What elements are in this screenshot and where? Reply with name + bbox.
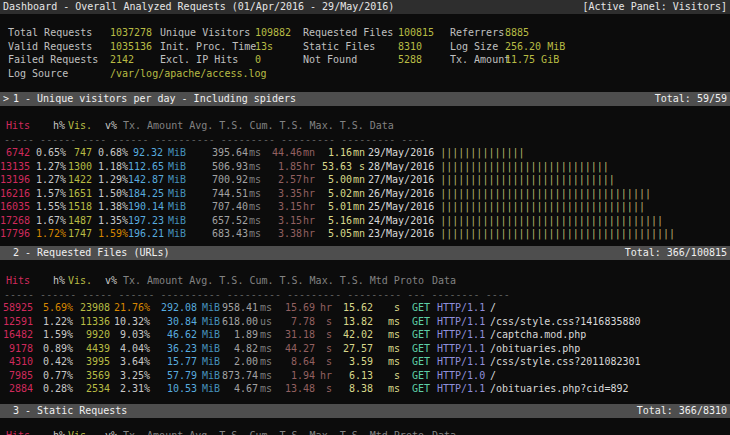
visitors-table-row[interactable]: 131351.27%13001.18%112.65MiB506.93ms1.85…	[0, 160, 730, 174]
hits-bar: |||||||||||||||||||||||||||||	[440, 174, 615, 185]
summary-label: Tx. Amount	[450, 53, 505, 67]
hits-pct-cell: 1.27%	[30, 173, 66, 187]
visitors-table-row[interactable]: 172681.67%14871.35%197.23MiB657.52ms3.15…	[0, 214, 730, 228]
requested-files-table-row[interactable]: 91780.89%44394.04%36.23MiB4.82ms44.27s27…	[0, 342, 730, 356]
col-mtd: Mtd	[370, 430, 388, 435]
hits-cell: 6742	[0, 146, 30, 160]
avg-ts-unit: ms	[258, 301, 272, 315]
tx-unit: MiB	[197, 328, 218, 342]
visitors-table-row[interactable]: 162161.57%16511.50%184.25MiB744.51ms3.35…	[0, 187, 730, 201]
max-ts-cell: 6.13	[332, 369, 373, 383]
requested-files-table-row[interactable]: 43100.42%39953.64%15.77MiB2.00ms8.64s3.5…	[0, 355, 730, 369]
date-value: 26/May/2016	[368, 188, 434, 199]
max-ts-cell: 53.63	[315, 160, 352, 174]
max-ts-cell: 27.57	[332, 342, 373, 356]
hits-pct-cell: 0.77%	[33, 369, 73, 383]
requested-files-table-row[interactable]: 164821.59%99209.03%46.62MiB1.89ms31.18s4…	[0, 328, 730, 342]
col-cum-ts: Cum. T.S.	[249, 120, 303, 131]
visitors-cell: 3995	[73, 355, 110, 369]
panel3-column-headers: Hitsh%Vis.v%Tx. AmountAvg. T.S.Cum. T.S.…	[0, 429, 730, 435]
visitors-pct-cell: 21.76%	[110, 301, 150, 315]
panel1-title: 1 - Unique visitors per day - Including …	[13, 93, 296, 104]
visitors-cell: 23908	[73, 301, 110, 315]
visitors-pct-cell: 1.29%	[92, 173, 128, 187]
col-proto: Proto	[394, 430, 424, 435]
visitors-table-row[interactable]: 67420.65%7470.68%92.32MiB395.64ms44.46mn…	[0, 146, 730, 160]
dashboard-title: Dashboard - Overall Analyzed Requests (0…	[3, 0, 394, 14]
visitors-pct-cell: 1.35%	[92, 214, 128, 228]
avg-ts-cell: 4.67	[218, 382, 258, 396]
requested-files-table-row[interactable]: 28840.28%25342.31%10.53MiB4.67ms13.48s8.…	[0, 382, 730, 396]
url-cell: /captcha.mod.php	[485, 328, 586, 342]
hits-bar: |||||||||||||||||||||||||||||||||||||||	[440, 228, 675, 239]
date-value: 25/May/2016	[368, 201, 434, 212]
col-avg-ts: Avg. T.S.	[189, 275, 243, 286]
requested-files-table-row[interactable]: 79850.77%35693.25%57.79MiB873.74ms1.94hr…	[0, 369, 730, 383]
avg-ts-cell: 744.51	[184, 187, 248, 201]
visitors-table-row[interactable]: 160351.55%15181.38%190.14MiB707.40ms3.15…	[0, 200, 730, 214]
tx-unit: MiB	[197, 355, 218, 369]
visitors-cell: 1518	[66, 200, 92, 214]
col-vis: Vis.	[65, 274, 92, 288]
avg-ts-cell: 683.43	[184, 227, 248, 241]
cum-ts-unit: s	[315, 382, 332, 396]
tx-amount-cell: 92.32	[128, 146, 163, 160]
avg-ts-cell: 700.92	[184, 173, 248, 187]
avg-ts-cell: 657.52	[184, 214, 248, 228]
col-mtd: Mtd	[370, 275, 388, 286]
summary-label: Log Size	[450, 40, 505, 54]
summary-value: 100815	[398, 26, 450, 40]
avg-ts-unit: us	[258, 315, 272, 329]
col-vpct: v%	[92, 274, 117, 288]
method-cell: GET	[400, 382, 430, 396]
tx-unit: MiB	[197, 315, 218, 329]
requested-files-table-row[interactable]: 589255.69%2390821.76%292.08MiB958.41ms15…	[0, 301, 730, 315]
hits-pct-cell: 1.22%	[33, 315, 73, 329]
avg-ts-cell: 958.41	[218, 301, 258, 315]
col-vis: Vis.	[65, 119, 92, 133]
visitors-pct-cell: 0.68%	[92, 146, 128, 160]
max-ts-unit: mn	[352, 187, 365, 201]
avg-ts-unit: ms	[248, 173, 261, 187]
panel3-header[interactable]: 3 - Static Requests Total: 366/8310	[0, 404, 730, 418]
col-data: Data	[432, 275, 456, 286]
cum-ts-unit: s	[315, 315, 332, 329]
protocol-cell: HTTP/1.1	[430, 382, 485, 396]
max-ts-cell: 5.16	[315, 214, 352, 228]
protocol-cell: HTTP/1.1	[430, 342, 485, 356]
col-max-ts: Max. T.S.	[310, 275, 364, 286]
panel1-header[interactable]: >1 - Unique visitors per day - Including…	[0, 92, 730, 106]
avg-ts-cell: 873.74	[218, 369, 258, 383]
max-ts-cell: 15.62	[332, 301, 373, 315]
cum-ts-cell: 3.38	[261, 227, 302, 241]
tx-unit: MiB	[163, 160, 184, 174]
panel3-total: Total: 366/8310	[637, 404, 727, 418]
visitors-pct-cell: 1.50%	[92, 187, 128, 201]
summary-value: 11.75 GiB	[505, 53, 559, 67]
avg-ts-cell: 707.40	[184, 200, 248, 214]
visitors-table-row[interactable]: 177961.72%17471.59%196.21MiB683.43ms3.38…	[0, 227, 730, 241]
hits-cell: 17268	[0, 214, 30, 228]
summary-value: 5288	[398, 53, 450, 67]
tx-amount-cell: 142.87	[128, 173, 163, 187]
date-value: 29/May/2016	[368, 147, 434, 158]
avg-ts-unit: ms	[258, 342, 272, 356]
visitors-table-row[interactable]: 131961.27%14221.29%142.87MiB700.92ms2.57…	[0, 173, 730, 187]
protocol-cell: HTTP/1.1	[430, 301, 485, 315]
tx-unit: MiB	[163, 146, 184, 160]
summary-label: Valid Requests	[8, 40, 110, 54]
avg-ts-cell: 618.00	[218, 315, 258, 329]
tx-amount-cell: 292.08	[150, 301, 197, 315]
cum-ts-cell: 13.48	[272, 382, 315, 396]
col-vis: Vis.	[65, 429, 92, 435]
visitors-pct-cell: 1.59%	[92, 227, 128, 241]
cum-ts-unit: s	[315, 328, 332, 342]
requested-files-table-row[interactable]: 125911.22%1133610.32%30.84MiB618.00us7.7…	[0, 315, 730, 329]
method-cell: GET	[400, 301, 430, 315]
max-ts-cell: 42.02	[332, 328, 373, 342]
panel2-header[interactable]: 2 - Requested Files (URLs) Total: 366/10…	[0, 246, 730, 260]
hits-pct-cell: 1.67%	[30, 214, 66, 228]
hits-cell: 16482	[0, 328, 33, 342]
summary-value: 1037278	[110, 26, 160, 40]
max-ts-unit: s	[373, 369, 400, 383]
